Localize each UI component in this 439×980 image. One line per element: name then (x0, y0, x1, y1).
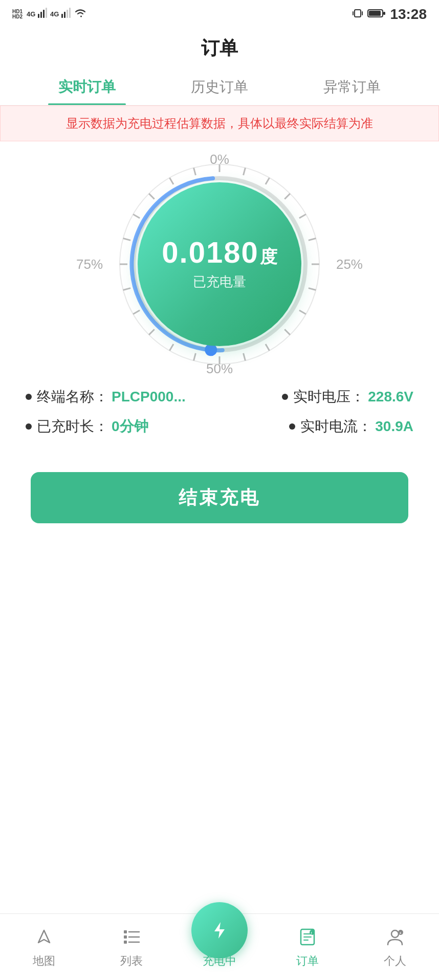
wifi-icon (74, 8, 87, 21)
svg-rect-44 (124, 930, 127, 933)
voltage-item: 实时电压： 228.6V (282, 387, 413, 407)
profile-icon: + (385, 927, 405, 951)
nav-profile[interactable]: + 个人 (351, 927, 439, 971)
terminal-name-value: PLCP000... (112, 389, 186, 405)
nav-map[interactable]: 地图 (0, 927, 88, 971)
gauge-section: 0% 25% 50% 75% (0, 141, 439, 377)
svg-rect-6 (61, 14, 63, 18)
svg-line-24 (244, 168, 246, 175)
page-title: 订单 (0, 27, 439, 71)
svg-rect-11 (353, 11, 354, 15)
dot-terminal (26, 394, 32, 400)
svg-line-19 (133, 215, 140, 219)
order-icon: ! (298, 927, 317, 951)
charge-value: 0.0180 (162, 238, 258, 267)
svg-rect-8 (67, 10, 68, 18)
svg-line-36 (194, 353, 196, 360)
svg-line-37 (170, 344, 174, 351)
nav-profile-label: 个人 (384, 953, 406, 969)
svg-text:4G: 4G (50, 10, 59, 18)
current-label: 实时电流： (300, 417, 372, 436)
signal-4g-icon: 4G (27, 8, 48, 22)
svg-line-30 (309, 288, 316, 290)
duration-label: 已充时长： (37, 417, 108, 436)
tab-realtime[interactable]: 实时订单 (48, 71, 126, 105)
nav-list-label: 列表 (120, 953, 143, 969)
duration-value: 0分钟 (112, 417, 148, 436)
inner-circle: 0.0180度 已充电量 (138, 182, 301, 346)
svg-rect-2 (40, 12, 42, 18)
svg-rect-45 (124, 935, 127, 939)
nav-list[interactable]: 列表 (88, 927, 176, 971)
terminal-name-item: 终端名称： PLCP000... (26, 387, 186, 407)
info-row-2: 已充时长： 0分钟 实时电流： 30.9A (26, 417, 413, 436)
time-display: 13:28 (390, 6, 427, 23)
svg-marker-43 (38, 930, 50, 943)
svg-line-22 (194, 168, 196, 175)
voltage-value: 228.6V (368, 389, 413, 405)
info-row-1: 终端名称： PLCP000... 实时电压： 228.6V (26, 387, 413, 407)
charging-bolt-icon (209, 920, 230, 941)
svg-text:4G: 4G (27, 10, 35, 18)
list-icon (122, 927, 141, 951)
nav-map-label: 地图 (33, 953, 55, 969)
notice-text: 显示数据为充电过程估算数据，具体以最终实际结算为准 (16, 114, 423, 133)
svg-rect-46 (124, 941, 127, 944)
stop-charging-button[interactable]: 结束充电 (31, 472, 408, 523)
pct-25-label: 25% (336, 257, 363, 272)
info-section: 终端名称： PLCP000... 实时电压： 228.6V 已充时长： 0分钟 … (0, 377, 439, 457)
tab-history[interactable]: 历史订单 (181, 71, 258, 105)
dot-current (289, 423, 295, 430)
notice-banner: 显示数据为充电过程估算数据，具体以最终实际结算为准 (0, 105, 439, 141)
svg-text:+: + (400, 931, 402, 935)
terminal-name-label: 终端名称： (37, 387, 108, 407)
charging-bubble-button[interactable] (191, 902, 248, 958)
charge-unit: 度 (260, 245, 277, 269)
svg-line-34 (244, 353, 246, 360)
svg-rect-12 (362, 11, 363, 15)
battery-icon (367, 9, 386, 20)
duration-item: 已充时长： 0分钟 (26, 417, 148, 436)
nav-order[interactable]: ! 订单 (264, 927, 352, 971)
pct-75-label: 75% (76, 257, 103, 272)
svg-line-40 (123, 288, 130, 290)
bottom-nav: 地图 列表 充电中 (0, 913, 439, 980)
svg-line-28 (309, 239, 316, 241)
svg-line-32 (284, 329, 290, 335)
svg-rect-14 (369, 11, 381, 16)
svg-line-18 (123, 239, 130, 241)
svg-text:!: ! (311, 931, 312, 935)
svg-line-26 (284, 194, 290, 199)
svg-rect-4 (46, 8, 47, 18)
signal-4g2-icon: 4G (50, 8, 72, 22)
charge-label: 已充电量 (193, 273, 246, 291)
svg-line-27 (299, 215, 306, 219)
hd-labels: HD1 HD2 (12, 9, 23, 19)
current-value: 30.9A (375, 418, 413, 435)
voltage-label: 实时电压： (293, 387, 365, 407)
svg-line-38 (149, 329, 155, 335)
svg-line-33 (266, 344, 270, 351)
svg-rect-7 (64, 12, 65, 18)
svg-rect-1 (38, 14, 39, 18)
svg-line-31 (299, 310, 306, 314)
svg-line-25 (266, 178, 270, 184)
svg-rect-15 (383, 12, 385, 15)
svg-rect-3 (43, 10, 45, 18)
nav-order-label: 订单 (296, 953, 319, 969)
svg-point-55 (310, 930, 315, 935)
tab-bar: 实时订单 历史订单 异常订单 (0, 71, 439, 105)
svg-line-39 (133, 310, 140, 314)
dot-voltage (282, 394, 288, 400)
svg-line-20 (149, 194, 155, 199)
status-bar: HD1 HD2 4G 4G (0, 0, 439, 27)
dot-duration (26, 423, 32, 430)
svg-rect-10 (355, 10, 361, 17)
nav-charging-center: 充电中 (175, 928, 264, 971)
status-left: HD1 HD2 4G 4G (12, 8, 87, 22)
svg-point-57 (391, 930, 399, 938)
tab-abnormal[interactable]: 异常订单 (313, 71, 391, 105)
gauge-container: 0% 25% 50% 75% (112, 157, 327, 372)
svg-line-21 (170, 178, 174, 184)
vibrate-icon (352, 8, 363, 21)
